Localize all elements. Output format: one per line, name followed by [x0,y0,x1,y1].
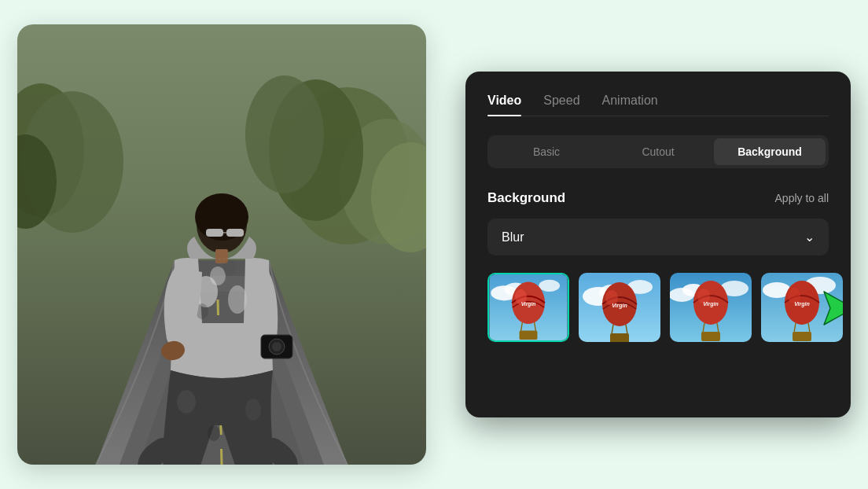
svg-point-34 [539,280,560,292]
svg-point-25 [272,342,281,351]
subtab-background[interactable]: Background [714,138,826,165]
thumbnail-1[interactable]: Virgin [487,273,569,342]
svg-rect-16 [215,249,228,263]
svg-rect-69 [793,332,811,341]
svg-point-18 [228,285,247,314]
green-cursor-arrow [818,289,843,328]
settings-panel: Video Speed Animation Basic Cutout Backg… [465,72,851,417]
svg-text:Virgin: Virgin [612,303,627,309]
section-title: Background [487,190,565,206]
main-container: Video Speed Animation Basic Cutout Backg… [17,17,851,472]
tab-speed[interactable]: Speed [543,94,579,116]
svg-point-28 [208,425,220,441]
thumbnail-4[interactable]: Virgin [761,273,843,342]
subtab-cutout[interactable]: Cutout [602,138,714,165]
section-header: Background Apply to all [487,190,829,206]
tab-animation[interactable]: Animation [602,94,658,116]
apply-all-button[interactable]: Apply to all [775,192,829,204]
thumbnails-row: Virgin [487,273,829,342]
svg-marker-70 [824,292,843,325]
svg-rect-14 [226,229,244,237]
thumbnail-3[interactable]: Virgin [670,273,752,342]
dropdown-value: Blur [502,230,524,244]
svg-rect-60 [701,332,720,341]
thumbnail-2[interactable]: Virgin [579,273,660,342]
svg-point-19 [210,267,226,285]
tabs-row: Video Speed Animation [487,94,829,116]
subtabs-row: Basic Cutout Background [487,135,829,168]
svg-text:Virgin: Virgin [703,301,719,307]
svg-text:Virgin: Virgin [521,301,536,307]
chevron-down-icon: ⌄ [804,230,815,244]
svg-point-20 [223,260,236,276]
background-type-dropdown[interactable]: Blur ⌄ [487,219,829,256]
svg-rect-50 [610,333,629,342]
svg-text:Virgin: Virgin [794,301,810,307]
subtab-basic[interactable]: Basic [491,138,602,165]
svg-point-27 [245,399,261,421]
svg-rect-40 [520,331,538,340]
svg-point-26 [177,390,196,414]
tab-video[interactable]: Video [487,94,521,116]
svg-point-5 [245,75,324,193]
svg-rect-13 [206,229,223,237]
photo-panel [17,24,426,465]
